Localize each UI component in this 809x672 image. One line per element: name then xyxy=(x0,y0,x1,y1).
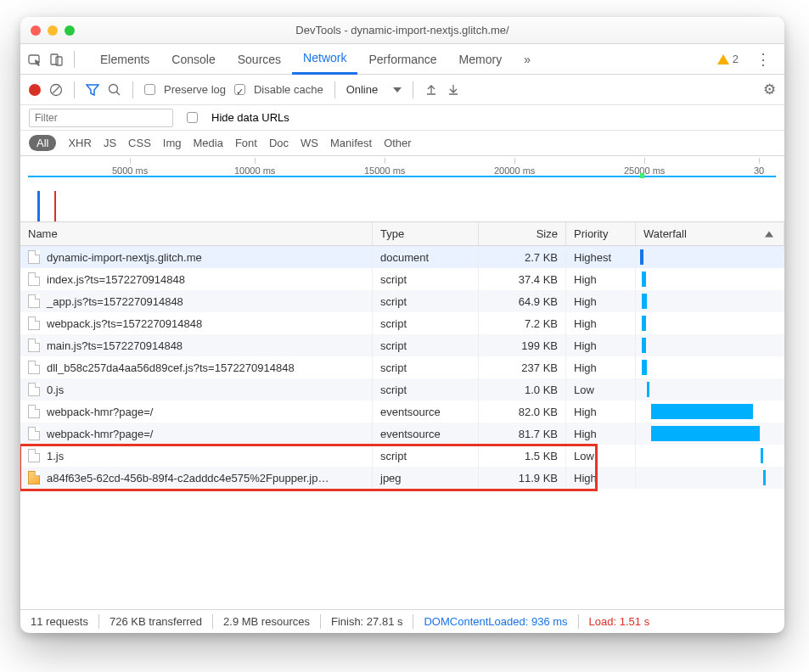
request-name: 1.js xyxy=(47,450,64,462)
request-size: 7.2 KB xyxy=(479,312,566,334)
request-waterfall xyxy=(636,268,784,290)
table-row[interactable]: 1.jsscript1.5 KBLow xyxy=(20,445,784,467)
request-type: jpeg xyxy=(373,467,479,489)
request-name: index.js?ts=1572270914848 xyxy=(47,273,185,286)
hide-data-urls-label: Hide data URLs xyxy=(211,111,289,124)
file-icon xyxy=(28,427,40,440)
filter-input[interactable] xyxy=(29,109,173,127)
request-waterfall xyxy=(636,445,784,467)
record-icon[interactable] xyxy=(29,84,41,96)
col-size[interactable]: Size xyxy=(479,222,566,245)
timeline-marker xyxy=(640,173,644,178)
panel-tabs: ElementsConsoleSourcesNetworkPerformance… xyxy=(20,44,784,75)
type-doc[interactable]: Doc xyxy=(269,137,289,149)
filter-icon[interactable] xyxy=(86,83,99,97)
timeline-tick: 10000 ms xyxy=(234,158,275,176)
clear-icon[interactable] xyxy=(49,83,63,97)
request-size: 237 KB xyxy=(479,356,566,378)
device-toggle-icon[interactable] xyxy=(49,52,65,67)
inspect-icon[interactable] xyxy=(27,52,42,67)
upload-har-icon[interactable] xyxy=(424,83,438,97)
file-icon xyxy=(28,449,40,462)
settings-icon[interactable]: ⚙ xyxy=(763,81,776,98)
table-row[interactable]: a84f63e5-62cd-456b-89f4-c2adddc4e575%2Fp… xyxy=(20,467,784,489)
more-menu-icon[interactable]: ⋮ xyxy=(749,50,778,69)
disable-cache-label: Disable cache xyxy=(254,83,323,96)
type-img[interactable]: Img xyxy=(163,137,182,149)
col-waterfall[interactable]: Waterfall xyxy=(636,222,784,245)
type-media[interactable]: Media xyxy=(193,137,222,149)
warning-icon xyxy=(717,54,729,64)
type-manifest[interactable]: Manifest xyxy=(330,137,372,149)
request-type: script xyxy=(373,356,479,378)
type-css[interactable]: CSS xyxy=(128,137,151,149)
hide-data-urls-checkbox[interactable] xyxy=(187,112,198,123)
tab-elements[interactable]: Elements xyxy=(89,44,160,75)
status-resources: 2.9 MB resources xyxy=(213,614,321,628)
overflow-tab[interactable]: » xyxy=(513,44,542,75)
status-requests: 11 requests xyxy=(20,614,99,628)
svg-point-5 xyxy=(110,84,118,92)
tab-memory[interactable]: Memory xyxy=(448,44,514,75)
disable-cache-checkbox[interactable] xyxy=(234,84,245,95)
request-size: 1.5 KB xyxy=(479,445,566,467)
request-type: script xyxy=(373,378,479,400)
table-row[interactable]: main.js?ts=1572270914848script199 KBHigh xyxy=(20,334,784,356)
table-row[interactable]: webpack-hmr?page=/eventsource82.0 KBHigh xyxy=(20,400,784,423)
type-js[interactable]: JS xyxy=(104,137,116,149)
table-row[interactable]: webpack-hmr?page=/eventsource81.7 KBHigh xyxy=(20,423,784,445)
devtools-window: DevTools - dynamic-import-nextjs.glitch.… xyxy=(20,17,784,633)
throttling-select[interactable]: Online xyxy=(346,83,402,96)
table-row[interactable]: 0.jsscript1.0 KBLow xyxy=(20,378,784,400)
request-size: 11.9 KB xyxy=(479,467,566,489)
request-priority: Low xyxy=(566,445,636,467)
tab-network[interactable]: Network xyxy=(292,44,357,75)
col-name[interactable]: Name xyxy=(20,222,373,245)
table-row[interactable]: dll_b58c257da4aa56d89cef.js?ts=157227091… xyxy=(20,356,784,378)
type-xhr[interactable]: XHR xyxy=(68,137,91,149)
table-row[interactable]: webpack.js?ts=1572270914848script7.2 KBH… xyxy=(20,312,784,334)
tab-performance[interactable]: Performance xyxy=(357,44,447,75)
zoom-traffic-light[interactable] xyxy=(65,25,75,36)
preserve-log-checkbox[interactable] xyxy=(144,84,155,95)
table-row[interactable]: _app.js?ts=1572270914848script64.9 KBHig… xyxy=(20,290,784,312)
request-priority: Low xyxy=(566,378,636,400)
request-type: script xyxy=(373,445,479,467)
type-all[interactable]: All xyxy=(29,135,56,151)
search-icon[interactable] xyxy=(108,83,121,97)
sort-asc-icon xyxy=(765,231,773,237)
close-traffic-light[interactable] xyxy=(31,25,41,36)
type-font[interactable]: Font xyxy=(235,137,257,149)
request-priority: High xyxy=(566,290,636,312)
tab-sources[interactable]: Sources xyxy=(227,44,292,75)
tab-console[interactable]: Console xyxy=(160,44,226,75)
request-name: a84f63e5-62cd-456b-89f4-c2adddc4e575%2Fp… xyxy=(47,472,329,484)
warnings-badge[interactable]: 2 xyxy=(717,53,739,65)
file-icon xyxy=(28,361,40,374)
file-icon xyxy=(28,405,40,418)
request-type: eventsource xyxy=(373,423,479,445)
image-file-icon xyxy=(28,471,40,484)
svg-rect-1 xyxy=(51,54,58,64)
timeline-activity-line xyxy=(28,176,776,177)
table-row[interactable]: index.js?ts=1572270914848script37.4 KBHi… xyxy=(20,268,784,290)
file-icon xyxy=(28,316,40,330)
request-priority: High xyxy=(566,334,636,356)
col-priority[interactable]: Priority xyxy=(566,222,636,245)
status-bar: 11 requests 726 KB transferred 2.9 MB re… xyxy=(20,609,784,633)
col-type[interactable]: Type xyxy=(373,222,479,245)
type-other[interactable]: Other xyxy=(384,137,412,149)
timeline-load-marker xyxy=(54,191,56,221)
status-load: Load: 1.51 s xyxy=(579,614,660,628)
request-size: 81.7 KB xyxy=(479,423,566,445)
file-icon xyxy=(28,339,40,352)
request-type: script xyxy=(373,290,479,312)
type-ws[interactable]: WS xyxy=(301,137,318,149)
table-row[interactable]: dynamic-import-nextjs.glitch.medocument2… xyxy=(20,246,784,268)
timeline-tick: 5000 ms xyxy=(112,158,148,176)
download-har-icon[interactable] xyxy=(447,83,460,97)
minimize-traffic-light[interactable] xyxy=(48,25,58,36)
request-type: document xyxy=(373,246,479,268)
overview-timeline[interactable]: 5000 ms10000 ms15000 ms20000 ms25000 ms3… xyxy=(20,156,784,222)
timeline-tick: 30 xyxy=(754,158,764,176)
